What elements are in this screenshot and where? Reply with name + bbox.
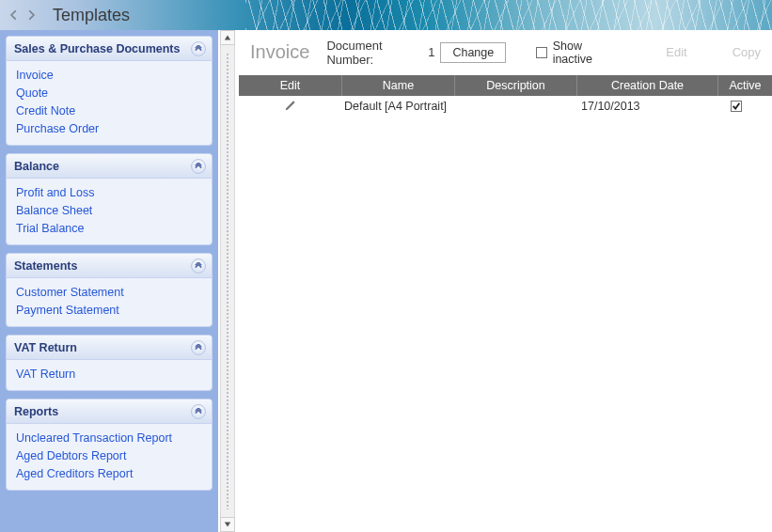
sidebar-item-trial-balance[interactable]: Trial Balance <box>16 222 202 235</box>
sidebar-item-profit-and-loss[interactable]: Profit and Loss <box>16 186 202 199</box>
panel-title: Statements <box>14 259 77 273</box>
sidebar-item-uncleared-transaction-report[interactable]: Uncleared Transaction Report <box>16 431 202 445</box>
chevron-up-icon <box>191 159 206 174</box>
document-number-label: Document Number: <box>326 39 422 67</box>
table-row[interactable]: Default [A4 Portrait] 17/10/2013 <box>239 96 772 117</box>
col-active[interactable]: Active <box>718 75 772 96</box>
sidebar-item-vat-return[interactable]: VAT Return <box>16 368 202 381</box>
sidebar-item-aged-debtors-report[interactable]: Aged Debtors Report <box>16 449 202 462</box>
panel-vat-return: VAT Return VAT Return <box>6 335 213 391</box>
show-inactive-label: Show inactive <box>553 39 622 66</box>
panel-title: Sales & Purchase Documents <box>14 42 180 55</box>
chevron-up-icon <box>191 340 206 355</box>
panel-header-balance[interactable]: Balance <box>7 154 212 179</box>
panel-header-statements[interactable]: Statements <box>7 254 212 278</box>
panel-statements: Statements Customer Statement Payment St… <box>6 253 213 327</box>
panel-header-vat-return[interactable]: VAT Return <box>7 336 212 360</box>
splitter-scrollbar[interactable] <box>218 30 239 532</box>
scroll-down-icon[interactable] <box>220 517 235 532</box>
scroll-up-icon[interactable] <box>220 30 235 45</box>
change-button[interactable]: Change <box>440 42 506 63</box>
active-checkbox[interactable] <box>731 101 742 112</box>
panel-reports: Reports Uncleared Transaction Report Age… <box>6 399 213 491</box>
document-number: Document Number: 1 Change <box>326 39 506 67</box>
sidebar-item-credit-note[interactable]: Credit Note <box>16 104 202 117</box>
checkbox-icon[interactable] <box>536 47 546 58</box>
chevron-up-icon <box>191 258 206 274</box>
sidebar-item-payment-statement[interactable]: Payment Statement <box>16 304 202 317</box>
panel-title: Balance <box>14 160 59 173</box>
document-number-value: 1 <box>428 45 434 59</box>
main-content: Invoice Document Number: 1 Change Show i… <box>239 30 772 532</box>
back-arrow-icon[interactable] <box>6 7 23 23</box>
col-creation-date[interactable]: Creation Date <box>577 75 718 96</box>
sidebar-item-customer-statement[interactable]: Customer Statement <box>16 286 202 299</box>
table-header: Edit Name Description Creation Date Acti… <box>239 75 772 96</box>
sidebar: Sales & Purchase Documents Invoice Quote… <box>0 30 218 532</box>
col-edit[interactable]: Edit <box>239 75 342 96</box>
panel-sales-purchase: Sales & Purchase Documents Invoice Quote… <box>6 36 213 146</box>
panel-header-sales-purchase[interactable]: Sales & Purchase Documents <box>7 37 212 61</box>
panel-title: Reports <box>14 405 58 418</box>
content-title: Invoice <box>250 41 309 63</box>
pencil-icon[interactable] <box>284 99 297 115</box>
main-header: Invoice Document Number: 1 Change Show i… <box>239 30 772 75</box>
sidebar-item-purchase-order[interactable]: Purchase Order <box>16 122 202 135</box>
sidebar-item-quote[interactable]: Quote <box>16 86 202 100</box>
col-description[interactable]: Description <box>455 75 577 96</box>
row-name: Default [A4 Portrait] <box>342 100 455 113</box>
edit-button-disabled: Edit <box>666 45 686 59</box>
panel-title: VAT Return <box>14 341 77 354</box>
splitter-grip-icon[interactable] <box>226 53 229 509</box>
row-creation-date: 17/10/2013 <box>577 100 718 113</box>
chevron-up-icon <box>191 404 206 419</box>
top-bar: Templates <box>0 0 772 30</box>
show-inactive-toggle[interactable]: Show inactive <box>536 39 621 66</box>
forward-arrow-icon[interactable] <box>23 7 39 23</box>
page-title: Templates <box>53 6 130 25</box>
sidebar-item-aged-creditors-report[interactable]: Aged Creditors Report <box>16 467 202 480</box>
col-name[interactable]: Name <box>342 75 455 96</box>
sidebar-item-balance-sheet[interactable]: Balance Sheet <box>16 204 202 217</box>
sidebar-item-invoice[interactable]: Invoice <box>16 69 202 82</box>
panel-header-reports[interactable]: Reports <box>7 399 212 424</box>
chevron-up-icon <box>191 41 206 56</box>
copy-button-disabled: Copy <box>733 45 761 59</box>
panel-balance: Balance Profit and Loss Balance Sheet Tr… <box>6 153 213 245</box>
